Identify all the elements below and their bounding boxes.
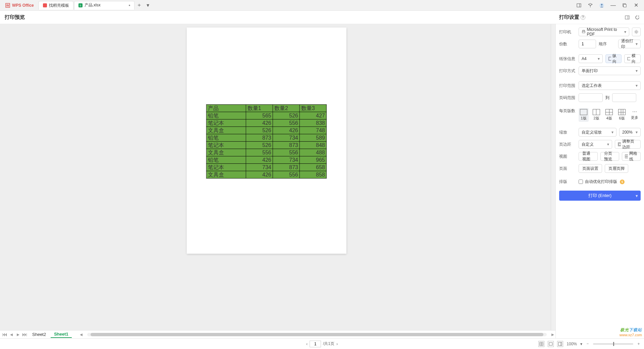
layout-2up[interactable]: 2版 — [591, 108, 601, 122]
paper-size-select[interactable]: A4▾ — [579, 54, 603, 63]
minimize-button[interactable]: ― — [610, 2, 616, 9]
panel-refresh-icon[interactable] — [634, 14, 641, 21]
wps-logo-icon — [5, 3, 10, 8]
sheet-nav-next[interactable]: ▸ — [15, 331, 21, 338]
page-number-input[interactable] — [310, 341, 321, 347]
page-setup-button[interactable]: 页面设置 — [579, 164, 602, 173]
avatar-icon[interactable] — [598, 2, 605, 9]
layout-label: 排版 — [559, 179, 576, 185]
vertical-scrollbar[interactable] — [551, 24, 555, 330]
order-select[interactable]: 逐份打印▾ — [618, 40, 641, 48]
svg-point-18 — [636, 31, 637, 33]
layout-1up[interactable]: 1版 — [579, 108, 589, 122]
zoom-in[interactable]: ＋ — [637, 341, 641, 347]
spreadsheet-table: 产品 数量1 数量2 数量3 铅笔565526427 笔记本426556838 … — [206, 104, 327, 179]
tab-menu-button[interactable]: ▾ — [144, 2, 152, 8]
portrait-icon — [608, 57, 611, 61]
print-range-label: 打印范围 — [559, 83, 576, 89]
print-button[interactable]: 打印 (Enter)▾ — [559, 191, 641, 201]
close-button[interactable]: ✕ — [633, 2, 639, 9]
page-total: /共1页 — [323, 341, 334, 347]
margin-label: 页边距 — [559, 142, 576, 147]
page-next[interactable]: › — [336, 342, 338, 346]
hscroll-left[interactable]: ◂ — [78, 331, 84, 338]
zoom-value: 100% — [567, 342, 577, 346]
tab-add-button[interactable]: ＋ — [135, 2, 143, 9]
page-to-input[interactable] — [612, 93, 636, 102]
margin-select[interactable]: 自定义▾ — [579, 140, 612, 149]
orientation-portrait[interactable]: 纵向 — [605, 54, 622, 63]
tab-wps-office[interactable]: WPS Office — [1, 1, 38, 10]
print-mode-label: 打印方式 — [559, 68, 576, 74]
zoom-value-select[interactable]: 200%▾ — [619, 128, 641, 137]
orientation-landscape[interactable]: 横向 — [624, 54, 641, 63]
adjust-margins-button[interactable]: 调整页边距 — [615, 140, 641, 149]
zoom-dropdown[interactable]: ▾ — [580, 342, 582, 346]
panel-layout-icon[interactable] — [624, 14, 631, 21]
copies-input[interactable] — [579, 40, 596, 48]
help-icon[interactable]: ? — [581, 15, 585, 20]
tab-template-label: 找稻壳模板 — [49, 3, 69, 8]
maximize-button[interactable] — [621, 2, 628, 9]
layout-6up[interactable]: 6版 — [617, 108, 627, 122]
zoom-slider[interactable] — [593, 343, 633, 345]
table-row: 文具盒556556488 — [206, 149, 326, 156]
sheet-nav-prev[interactable]: ◂ — [9, 331, 14, 338]
template-icon — [43, 3, 47, 7]
tab-document-active[interactable]: S 产品.xlsx — [74, 1, 135, 10]
tab-template[interactable]: 找稻壳模板 — [39, 1, 73, 10]
print-range-select[interactable]: 选定工作表▾ — [579, 81, 641, 90]
print-settings-panel: 打印设置? 打印机 Microsoft Print to PDF▾ 份数 顺序 … — [555, 24, 644, 338]
preview-title: 打印预览 — [5, 14, 25, 20]
svg-marker-6 — [588, 3, 592, 5]
normal-view-button[interactable]: 普通视图 — [579, 152, 598, 161]
svg-line-8 — [588, 4, 590, 5]
header-cell: 产品 — [206, 105, 246, 112]
zoom-out[interactable]: － — [586, 341, 590, 347]
gridlines-toggle[interactable]: 网格线 — [622, 152, 641, 161]
page-label: 页面 — [559, 166, 576, 171]
sheet-nav-first[interactable]: ⏮ — [2, 332, 7, 338]
auto-optimize-checkbox[interactable]: 自动优化打印排版 — [579, 179, 617, 185]
printer-select[interactable]: Microsoft Print to PDF▾ — [579, 28, 629, 36]
view-label: 视图 — [559, 154, 576, 159]
view-mode-3[interactable] — [557, 341, 563, 347]
margin-icon — [618, 142, 621, 146]
svg-rect-13 — [624, 4, 626, 7]
gear-icon — [634, 30, 639, 34]
paged-view-button[interactable]: 分页预览 — [600, 152, 620, 161]
printer-settings-button[interactable] — [632, 28, 641, 36]
svg-rect-19 — [609, 57, 611, 60]
zoom-mode-select[interactable]: 自定义缩放▾ — [579, 128, 616, 137]
top-tab-bar: WPS Office 找稻壳模板 S 产品.xlsx ＋ ▾ ― ✕ — [0, 0, 644, 11]
layout-4up[interactable]: 4版 — [604, 108, 614, 122]
header-cell: 数量1 — [246, 105, 273, 112]
table-row: 笔记本734873658 — [206, 164, 326, 171]
sheet-tab-sheet1[interactable]: Sheet1 — [51, 331, 72, 338]
sheet-tab-sheet2[interactable]: Sheet2 — [29, 331, 49, 338]
view-mode-2[interactable] — [548, 341, 554, 347]
landscape-icon — [627, 57, 630, 60]
tab-document-label: 产品.xlsx — [85, 2, 101, 8]
svg-rect-29 — [549, 343, 552, 345]
hscroll-right[interactable]: ▸ — [550, 331, 555, 338]
header-footer-button[interactable]: 页眉页脚 — [605, 164, 628, 173]
table-row: 笔记本426556838 — [206, 119, 326, 127]
horizontal-scrollbar[interactable] — [87, 333, 547, 336]
printer-label: 打印机 — [559, 29, 576, 35]
page-prev[interactable]: ‹ — [306, 342, 308, 346]
svg-line-9 — [590, 4, 592, 5]
cube-icon[interactable] — [587, 2, 594, 9]
sheet-nav-last[interactable]: ⏭ — [22, 332, 28, 338]
page-from-input[interactable] — [579, 93, 603, 102]
view-mode-1[interactable] — [538, 341, 544, 347]
header-cell: 数量3 — [300, 105, 326, 112]
status-bar: ‹ /共1页 › 100% ▾ － ＋ — [0, 338, 644, 349]
panel-toggle-icon[interactable] — [576, 2, 582, 9]
svg-point-11 — [601, 4, 603, 5]
layout-more[interactable]: ⋯更多 — [630, 108, 640, 121]
print-preview-canvas: 产品 数量1 数量2 数量3 铅笔565526427 笔记本426556838 … — [0, 24, 555, 338]
print-mode-select[interactable]: 单面打印▾ — [579, 66, 641, 75]
preview-page: 产品 数量1 数量2 数量3 铅笔565526427 笔记本426556838 … — [187, 28, 346, 254]
table-row: 铅笔426734965 — [206, 156, 326, 164]
